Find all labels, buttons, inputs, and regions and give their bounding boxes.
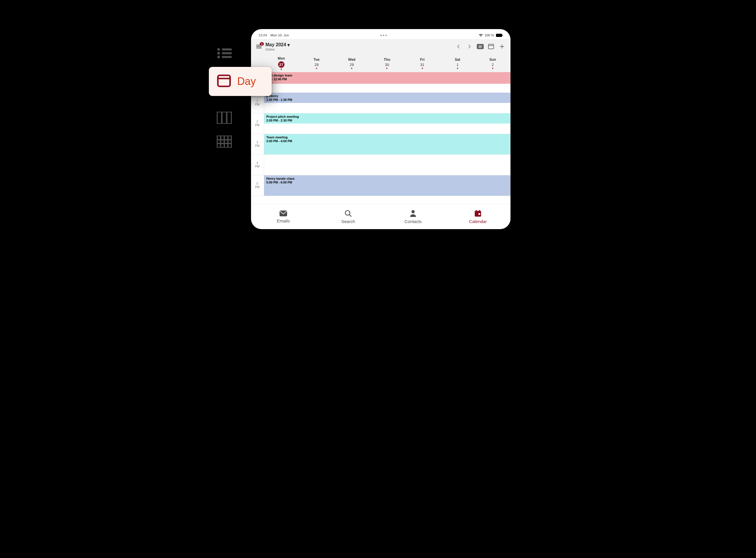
add-button[interactable] — [498, 43, 506, 50]
svg-rect-29 — [476, 210, 477, 212]
hour-label: 4PM — [251, 155, 264, 175]
svg-rect-3 — [222, 52, 232, 54]
nav-calendar[interactable]: Calendar — [446, 204, 510, 229]
calendar-event[interactable]: p Henry1:00 PM - 1:30 PM — [264, 93, 510, 103]
view-mode-button[interactable] — [487, 43, 495, 50]
status-time: 13:24 — [259, 33, 267, 37]
event-dot-icon — [457, 68, 458, 69]
search-icon — [345, 210, 352, 219]
event-time: 2:00 PM - 2:30 PM — [267, 119, 508, 123]
mail-icon — [279, 210, 287, 218]
nav-contacts[interactable]: Contacts — [381, 204, 446, 229]
hour-row[interactable]: with design teamPM - 12:45 PM — [251, 72, 510, 93]
event-dot-icon — [492, 68, 493, 69]
svg-rect-20 — [488, 44, 494, 49]
hour-row[interactable]: 5PMHenry karate class5:00 PM - 6:00 PM — [251, 175, 510, 196]
svg-point-4 — [217, 55, 220, 58]
day-column-wed[interactable]: Wed29 — [334, 54, 370, 72]
day-number: 31 — [420, 62, 424, 67]
hour-label: 2PM — [251, 113, 264, 134]
event-title: Project pitch meeting — [267, 115, 508, 119]
event-time: 3:00 PM - 4:00 PM — [267, 139, 508, 143]
hour-row[interactable]: 3PMTeam meeting3:00 PM - 4:00 PM — [251, 134, 510, 155]
bottom-nav: EmailsSearchContactsCalendar — [251, 204, 510, 229]
day-view-card[interactable]: Day — [209, 67, 272, 96]
calendar-event[interactable]: Team meeting3:00 PM - 4:00 PM — [264, 134, 510, 154]
event-dot-icon — [422, 68, 423, 69]
day-number: 2 — [492, 62, 494, 67]
event-time: 5:00 PM - 6:00 PM — [267, 181, 508, 185]
day-column-sat[interactable]: Sat1 — [440, 54, 475, 72]
svg-line-26 — [349, 214, 351, 217]
week-view-icon[interactable] — [217, 112, 232, 124]
chevron-down-icon: ▾ — [287, 42, 290, 48]
day-number: 1 — [456, 62, 458, 67]
calendar-event[interactable]: Henry karate class5:00 PM - 6:00 PM — [264, 175, 510, 196]
event-dot-icon — [386, 68, 387, 69]
day-column-fri[interactable]: Fri31 — [405, 54, 440, 72]
person-icon — [409, 210, 417, 219]
day-number: 28 — [314, 62, 319, 67]
svg-rect-24 — [280, 210, 287, 216]
day-column-thu[interactable]: Thu30 — [370, 54, 405, 72]
hour-content[interactable]: Project pitch meeting2:00 PM - 2:30 PM — [264, 113, 510, 134]
hour-content[interactable]: with design teamPM - 12:45 PM — [264, 72, 510, 93]
day-column-sun[interactable]: Sun2 — [475, 54, 510, 72]
hour-label: 5PM — [251, 175, 264, 196]
prev-button[interactable] — [455, 43, 462, 50]
next-button[interactable] — [466, 43, 473, 50]
ellipsis-icon: ●●● — [380, 33, 388, 37]
tablet-frame: 13:24 Mon 10. Jun ●●● 100 % 1 — [251, 29, 510, 229]
status-right: 100 % — [479, 33, 503, 37]
day-number: 29 — [350, 62, 354, 67]
header-title-wrap[interactable]: May 2024 ▾ Online — [266, 42, 290, 51]
hour-row[interactable]: 2PMProject pitch meeting2:00 PM - 2:30 P… — [251, 113, 510, 134]
hour-row[interactable]: 4PM — [251, 155, 510, 175]
nav-emails[interactable]: Emails — [251, 204, 316, 229]
svg-point-25 — [345, 210, 350, 215]
battery-percent: 100 % — [485, 33, 494, 37]
day-name: Mon — [278, 56, 285, 60]
month-view-icon[interactable] — [217, 135, 232, 148]
day-view-icon — [217, 74, 231, 88]
svg-point-27 — [411, 210, 415, 213]
event-dot-icon — [281, 69, 282, 70]
calendar-event[interactable]: with design teamPM - 12:45 PM — [264, 72, 510, 84]
today-button[interactable]: 10 — [477, 44, 484, 49]
day-name: Sat — [455, 57, 460, 62]
svg-rect-15 — [496, 34, 502, 37]
event-title: with design team — [267, 73, 508, 77]
day-name: Tue — [313, 57, 319, 62]
menu-badge: 1 — [260, 42, 263, 46]
nav-label: Calendar — [469, 219, 487, 224]
hour-content[interactable]: Team meeting3:00 PM - 4:00 PM — [264, 134, 510, 154]
svg-rect-32 — [218, 75, 230, 86]
hour-row[interactable]: 1PMp Henry1:00 PM - 1:30 PM — [251, 93, 510, 113]
svg-rect-30 — [479, 210, 480, 212]
schedule-grid[interactable]: with design teamPM - 12:45 PM1PMp Henry1… — [251, 72, 510, 204]
hour-content[interactable]: Henry karate class5:00 PM - 6:00 PM — [264, 175, 510, 196]
day-number: 30 — [385, 62, 389, 67]
event-time: PM - 12:45 PM — [267, 77, 508, 81]
event-time: 1:00 PM - 1:30 PM — [267, 98, 508, 102]
status-left: 13:24 Mon 10. Jun — [259, 33, 289, 37]
svg-rect-31 — [479, 213, 480, 215]
day-column-tue[interactable]: Tue28 — [299, 54, 334, 72]
nav-label: Search — [341, 219, 355, 224]
hour-content[interactable] — [264, 155, 510, 175]
event-dot-icon — [351, 68, 352, 69]
hour-content[interactable]: p Henry1:00 PM - 1:30 PM — [264, 93, 510, 113]
event-title: Henry karate class — [267, 177, 508, 181]
status-bar: 13:24 Mon 10. Jun ●●● 100 % — [259, 32, 503, 39]
day-name: Fri — [420, 57, 424, 62]
event-dot-icon — [316, 68, 317, 69]
calendar-event[interactable]: Project pitch meeting2:00 PM - 2:30 PM — [264, 113, 510, 124]
nav-search[interactable]: Search — [316, 204, 381, 229]
day-name: Thu — [384, 57, 390, 62]
wifi-icon — [479, 34, 483, 37]
event-title: p Henry — [267, 94, 508, 98]
agenda-view-icon[interactable] — [217, 47, 232, 59]
menu-button[interactable]: 1 — [256, 43, 262, 50]
header-title: May 2024 — [266, 42, 286, 47]
day-name: Wed — [348, 57, 355, 62]
